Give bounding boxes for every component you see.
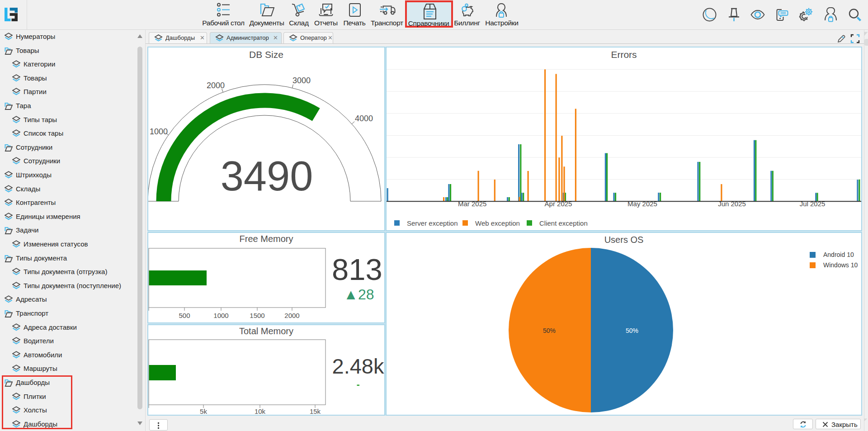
svg-text:2000: 2000 [207, 81, 225, 90]
svg-text:813: 813 [332, 252, 382, 286]
svg-text:5k: 5k [200, 407, 207, 415]
svg-text:May 2025: May 2025 [627, 200, 657, 208]
svg-text:Windows 10: Windows 10 [823, 261, 858, 269]
svg-text:Server exception: Server exception [407, 219, 458, 227]
svg-text:Apr 2025: Apr 2025 [545, 200, 572, 208]
svg-text:Mar 2025: Mar 2025 [458, 200, 486, 208]
svg-text:15k: 15k [310, 407, 321, 415]
svg-text:50%: 50% [626, 327, 638, 334]
svg-text:4000: 4000 [355, 114, 373, 123]
svg-text:500: 500 [179, 312, 190, 319]
svg-text:2.48k: 2.48k [332, 354, 384, 378]
svg-text:Jun 2025: Jun 2025 [718, 200, 746, 208]
svg-text:1000: 1000 [213, 312, 228, 319]
svg-text:3000: 3000 [292, 76, 311, 85]
svg-text:Web exception: Web exception [475, 219, 520, 227]
svg-text:50%: 50% [543, 327, 556, 334]
svg-text:2000: 2000 [284, 312, 299, 319]
svg-text:Android 10: Android 10 [823, 251, 854, 258]
svg-text:1000: 1000 [150, 127, 168, 136]
svg-text:Jul 2025: Jul 2025 [800, 200, 826, 208]
svg-text:10k: 10k [255, 407, 266, 415]
svg-text:▲28: ▲28 [344, 286, 374, 303]
svg-text:3490: 3490 [221, 153, 313, 199]
svg-text:Client exception: Client exception [539, 219, 588, 227]
svg-text:1500: 1500 [250, 312, 264, 319]
